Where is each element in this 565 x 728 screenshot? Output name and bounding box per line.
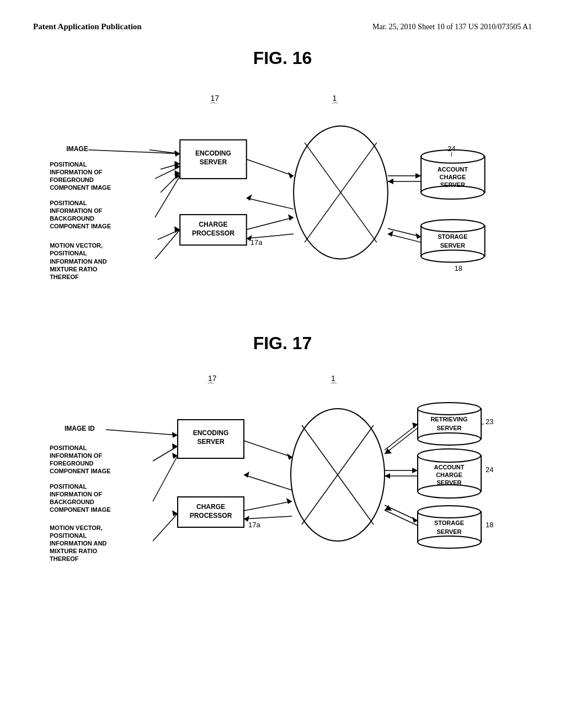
fig17-storage-label: STORAGE — [434, 520, 464, 526]
svg-text:COMPONENT IMAGE: COMPONENT IMAGE — [50, 506, 111, 513]
svg-point-11 — [421, 220, 484, 232]
fig16-svg: 17 ⌒ 1 ⌒ ENCODING SERVER CHARGE PROCESSO… — [33, 79, 532, 311]
svg-text:POSITIONAL: POSITIONAL — [50, 532, 87, 539]
fig16-label-bg: POSITIONAL — [50, 200, 87, 206]
svg-marker-88 — [385, 473, 390, 479]
fig17-diagram: 17 ⌒ 1 ⌒ ENCODING SERVER CHARGE PROCESSO… — [33, 365, 532, 596]
svg-text:INFORMATION OF: INFORMATION OF — [50, 491, 102, 497]
svg-marker-25 — [388, 179, 393, 184]
svg-line-73 — [244, 441, 292, 457]
svg-text:⌒: ⌒ — [207, 382, 215, 390]
svg-line-48 — [155, 176, 180, 217]
fig16-label-image: IMAGE — [66, 145, 88, 153]
fig17-title: FIG. 17 — [33, 333, 532, 354]
svg-text:⌒: ⌒ — [330, 382, 338, 390]
svg-point-71 — [418, 536, 481, 548]
fig16-storage-label: STORAGE — [438, 233, 467, 240]
svg-text:MIXTURE RATIO: MIXTURE RATIO — [50, 266, 98, 272]
svg-line-81 — [385, 424, 418, 450]
svg-marker-39 — [174, 151, 180, 157]
fig17-num17a: 17a — [248, 521, 260, 529]
svg-text:COMPONENT IMAGE: COMPONENT IMAGE — [50, 223, 111, 229]
fig16-diagram: 17 ⌒ 1 ⌒ ENCODING SERVER CHARGE PROCESSO… — [33, 79, 532, 311]
svg-text:INFORMATION OF: INFORMATION OF — [50, 169, 103, 175]
svg-text:CHARGE: CHARGE — [439, 174, 466, 180]
svg-text:THEREOF: THEREOF — [50, 555, 79, 562]
fig16-label-fg: POSITIONAL — [50, 161, 87, 168]
svg-marker-19 — [288, 214, 294, 221]
fig16-charge-processor-label: CHARGE — [199, 221, 227, 228]
svg-text:INFORMATION OF: INFORMATION OF — [50, 452, 102, 459]
fig17-label-bg: POSITIONAL — [50, 483, 87, 490]
fig16-num17a: 17a — [250, 238, 263, 247]
header: Patent Application Publication Mar. 25, … — [33, 22, 532, 31]
svg-text:MIXTURE RATIO: MIXTURE RATIO — [50, 548, 97, 554]
svg-line-83 — [385, 428, 418, 454]
svg-marker-23 — [415, 173, 421, 179]
svg-point-62 — [418, 403, 481, 415]
svg-text:SERVER: SERVER — [440, 181, 465, 188]
svg-line-93 — [106, 430, 178, 435]
svg-marker-99 — [172, 443, 178, 449]
fig17-account-label: ACCOUNT — [434, 464, 465, 470]
header-right: Mar. 25, 2010 Sheet 10 of 137 US 2010/07… — [372, 23, 532, 31]
svg-line-16 — [247, 198, 294, 209]
fig16-account-label: ACCOUNT — [438, 166, 468, 173]
svg-marker-27 — [415, 233, 421, 239]
fig17-charge-processor-label: CHARGE — [196, 503, 225, 511]
page: Patent Application Publication Mar. 25, … — [0, 0, 565, 728]
svg-text:COMPONENT IMAGE: COMPONENT IMAGE — [50, 468, 111, 474]
fig16-num18: 18 — [454, 264, 462, 272]
fig17-label-motion: MOTION VECTOR, — [50, 524, 103, 531]
svg-marker-86 — [412, 468, 418, 473]
fig17-num23: 23 — [486, 417, 493, 426]
svg-line-54 — [155, 229, 180, 259]
svg-text:POSITIONAL: POSITIONAL — [50, 250, 87, 256]
svg-point-66 — [418, 449, 481, 462]
svg-line-79 — [244, 516, 292, 519]
svg-text:INFORMATION OF: INFORMATION OF — [50, 207, 103, 214]
svg-line-103 — [153, 456, 178, 501]
svg-marker-94 — [172, 432, 178, 438]
figure-16: FIG. 16 17 ⌒ 1 ⌒ ENCODING SERVER CHARGE … — [33, 48, 532, 311]
fig17-svg: 17 ⌒ 1 ⌒ ENCODING SERVER CHARGE PROCESSO… — [33, 365, 532, 596]
svg-line-109 — [153, 513, 178, 541]
svg-text:INFORMATION AND: INFORMATION AND — [50, 258, 107, 265]
svg-marker-15 — [288, 172, 294, 179]
svg-point-70 — [418, 506, 481, 518]
svg-line-75 — [244, 475, 292, 490]
svg-point-63 — [418, 433, 481, 445]
svg-text:BACKGROUND: BACKGROUND — [50, 215, 94, 222]
fig17-num24: 24 — [486, 465, 493, 474]
svg-text:SERVER: SERVER — [436, 425, 461, 431]
fig17-num18: 18 — [486, 521, 493, 529]
svg-point-12 — [421, 250, 484, 262]
fig17-label-imageid: IMAGE ID — [65, 425, 95, 432]
svg-text:SERVER: SERVER — [200, 158, 227, 166]
svg-text:COMPONENT IMAGE: COMPONENT IMAGE — [50, 184, 111, 191]
fig16-encoding-server-label: ENCODING — [195, 149, 231, 157]
svg-line-18 — [247, 217, 294, 229]
svg-text:BACKGROUND: BACKGROUND — [50, 499, 94, 505]
fig16-title: FIG. 16 — [33, 48, 532, 68]
svg-text:FOREGROUND: FOREGROUND — [50, 176, 94, 183]
svg-text:SERVER: SERVER — [440, 242, 465, 249]
svg-line-20 — [247, 234, 294, 238]
fig16-num24: 24 — [447, 144, 456, 153]
svg-text:SERVER: SERVER — [197, 438, 224, 446]
svg-marker-17 — [247, 194, 252, 201]
svg-text:PROCESSOR: PROCESSOR — [190, 512, 232, 520]
svg-text:⌒: ⌒ — [331, 101, 339, 110]
svg-line-14 — [247, 159, 294, 176]
svg-text:SERVER: SERVER — [436, 528, 461, 535]
svg-marker-29 — [388, 231, 393, 237]
svg-text:⌒: ⌒ — [209, 101, 217, 110]
fig17-retrieving-label: RETRIEVING — [430, 416, 467, 422]
svg-text:INFORMATION AND: INFORMATION AND — [50, 540, 106, 547]
svg-text:SERVER: SERVER — [436, 479, 461, 486]
svg-text:PROCESSOR: PROCESSOR — [192, 229, 234, 237]
fig17-encoding-server-label: ENCODING — [193, 429, 229, 437]
svg-marker-78 — [286, 498, 292, 504]
svg-text:FOREGROUND: FOREGROUND — [50, 460, 94, 467]
figure-17: FIG. 17 17 ⌒ 1 ⌒ ENCODING SERVER CHARGE … — [33, 333, 532, 596]
